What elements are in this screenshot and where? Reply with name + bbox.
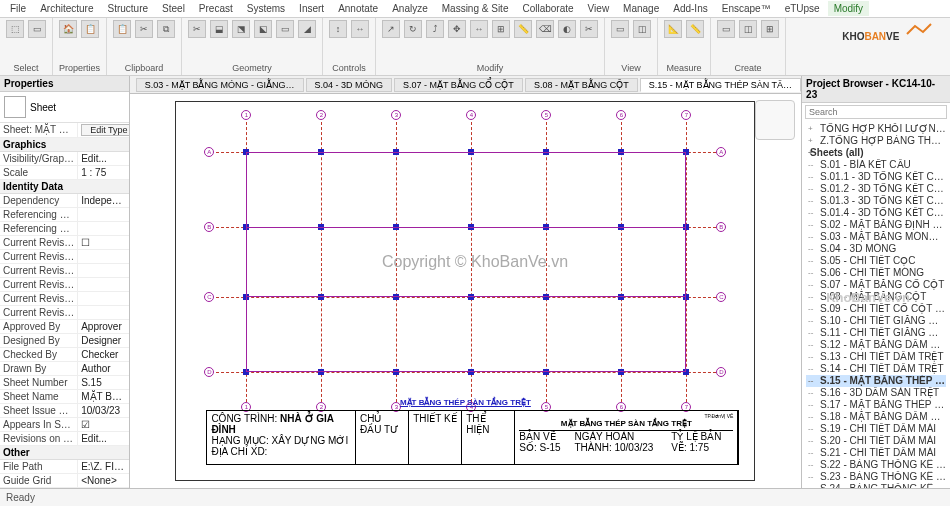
browser-sheet-item[interactable]: S.24 - BẢNG THỐNG KÊ THÉP DẦM TRỆT <box>806 483 946 488</box>
props-value[interactable] <box>77 306 128 319</box>
ribbon-button-icon[interactable]: ◫ <box>739 20 757 38</box>
props-row[interactable]: Revisions on SheetEdit... <box>0 432 129 446</box>
view-tab[interactable]: S.03 - MẶT BẰNG MÓNG - GIẰNG… <box>136 78 304 92</box>
browser-sheet-item[interactable]: S.21 - CHI TIẾT DẦM MÁI <box>806 447 946 459</box>
browser-sheet-item[interactable]: S.15 - MẶT BẰNG THÉP SÀN TẦNG TRỆT <box>806 375 946 387</box>
browser-sheet-item[interactable]: S.01.1 - 3D TỔNG KẾT CẤU 1 <box>806 171 946 183</box>
props-row[interactable]: Scale1 : 75 <box>0 166 129 180</box>
ribbon-button-icon[interactable]: ⧉ <box>157 20 175 38</box>
browser-sheet-item[interactable]: S.17 - MẶT BẰNG THÉP MŨ SÀN TẦNG TRỆT <box>806 399 946 411</box>
ribbon-button-icon[interactable]: 📏 <box>686 20 704 38</box>
browser-sheet-item[interactable]: S.04 - 3D MÓNG <box>806 243 946 255</box>
props-row[interactable]: Checked ByChecker <box>0 348 129 362</box>
ribbon-button-icon[interactable]: ⬕ <box>254 20 272 38</box>
ribbon-tab[interactable]: Analyze <box>386 1 434 16</box>
ribbon-tab[interactable]: Annotate <box>332 1 384 16</box>
browser-sheet-item[interactable]: S.19 - CHI TIẾT DẦM MÁI <box>806 423 946 435</box>
props-value[interactable] <box>77 292 128 305</box>
ribbon-tab[interactable]: Add-Ins <box>667 1 713 16</box>
browser-sheet-item[interactable]: S.23 - BẢNG THỐNG KÊ THÉP DẦM MÁI <box>806 471 946 483</box>
ribbon-button-icon[interactable]: ✥ <box>448 20 466 38</box>
view-tab[interactable]: S.07 - MẶT BẰNG CỔ CỘT <box>394 78 523 92</box>
props-row[interactable]: Designed ByDesigner <box>0 334 129 348</box>
browser-sheet-item[interactable]: S.01 - BÌA KẾT CẤU <box>806 159 946 171</box>
browser-sheet-item[interactable]: S.01.4 - 3D TỔNG KẾT CẤU 4 <box>806 207 946 219</box>
ribbon-tab[interactable]: File <box>4 1 32 16</box>
ribbon-button-icon[interactable]: ▭ <box>28 20 46 38</box>
ribbon-button-icon[interactable]: ◐ <box>558 20 576 38</box>
browser-sheet-item[interactable]: S.02 - MẶT BẰNG ĐỊNH VỊ CỌC <box>806 219 946 231</box>
props-row[interactable]: Visibility/Graphics Overrid…Edit... <box>0 152 129 166</box>
ribbon-tab[interactable]: Enscape™ <box>716 1 777 16</box>
ribbon-button-icon[interactable]: 📋 <box>81 20 99 38</box>
ribbon-button-icon[interactable]: ⤴ <box>426 20 444 38</box>
props-value[interactable] <box>77 208 128 221</box>
ribbon-button-icon[interactable]: ⬔ <box>232 20 250 38</box>
ribbon-button-icon[interactable]: ⬚ <box>6 20 24 38</box>
ribbon-button-icon[interactable]: ↕ <box>329 20 347 38</box>
ribbon-button-icon[interactable]: ⬓ <box>210 20 228 38</box>
ribbon-tab[interactable]: View <box>582 1 616 16</box>
props-row[interactable]: Current Revision Date <box>0 278 129 292</box>
ribbon-tab[interactable]: Precast <box>193 1 239 16</box>
props-row[interactable]: Sheet NameMẶT BẰNG THÉP SÀN TĂ… <box>0 390 129 404</box>
props-value[interactable]: ☑ <box>77 418 128 431</box>
drawing-canvas[interactable]: 11223344556677AABBCCDD MẶT BẰNG THÉP SÀN… <box>130 94 801 488</box>
browser-item[interactable]: TỔNG HỢP KHỐI LƯỢNG CỌC ĐÁ 1x2 M250 <box>806 123 946 135</box>
props-value[interactable]: Independent <box>77 194 128 207</box>
ribbon-tab[interactable]: Architecture <box>34 1 99 16</box>
props-row[interactable]: File PathE:\Z. FILES BUON BAN\NH… <box>0 460 129 474</box>
props-row[interactable]: Current Revision Issued To <box>0 264 129 278</box>
title-block[interactable]: CÔNG TRÌNH: NHÀ Ở GIA ĐÌNH HẠNG MỤC: XÂY… <box>206 410 739 465</box>
browser-sheet-item[interactable]: S.16 - 3D DẦM SÀN TRỆT <box>806 387 946 399</box>
props-value[interactable]: Checker <box>77 348 128 361</box>
props-row[interactable]: Current Revision Issued By <box>0 250 129 264</box>
ribbon-tab[interactable]: Systems <box>241 1 291 16</box>
props-value[interactable]: <None> <box>77 474 128 487</box>
props-row[interactable]: Current Revision Descripti… <box>0 292 129 306</box>
ribbon-button-icon[interactable]: ✂ <box>188 20 206 38</box>
props-row[interactable]: DependencyIndependent <box>0 194 129 208</box>
ribbon-button-icon[interactable]: 📏 <box>514 20 532 38</box>
browser-sheet-item[interactable]: S.12 - MẶT BẰNG DẦM TẦNG TRỆT <box>806 339 946 351</box>
view-tab[interactable]: S.04 - 3D MÓNG <box>306 78 393 92</box>
ribbon-tab[interactable]: Steel <box>156 1 191 16</box>
props-value[interactable]: Edit... <box>77 152 128 165</box>
props-row[interactable]: Approved ByApprover <box>0 320 129 334</box>
ribbon-button-icon[interactable]: ✂ <box>580 20 598 38</box>
ribbon-button-icon[interactable]: ▭ <box>611 20 629 38</box>
ribbon-tab[interactable]: Collaborate <box>516 1 579 16</box>
props-row[interactable]: Current Revision <box>0 306 129 320</box>
ribbon-button-icon[interactable]: 📋 <box>113 20 131 38</box>
props-value[interactable]: E:\Z. FILES BUON BAN\NH… <box>77 460 128 473</box>
props-value[interactable]: Approver <box>77 320 128 333</box>
browser-sheet-item[interactable]: S.14 - CHI TIẾT DẦM TRỆT <box>806 363 946 375</box>
props-value[interactable]: 1 : 75 <box>77 166 128 179</box>
ribbon-button-icon[interactable]: ↔ <box>351 20 369 38</box>
ribbon-tab[interactable]: Structure <box>101 1 154 16</box>
ribbon-button-icon[interactable]: ↗ <box>382 20 400 38</box>
ribbon-button-icon[interactable]: ◢ <box>298 20 316 38</box>
ribbon-tab[interactable]: Massing & Site <box>436 1 515 16</box>
edit-type-button[interactable]: Edit Type <box>81 124 128 136</box>
props-value[interactable]: S.15 <box>77 376 128 389</box>
props-value[interactable] <box>77 278 128 291</box>
browser-sheet-item[interactable]: S.05 - CHI TIẾT CỌC <box>806 255 946 267</box>
browser-sheet-item[interactable]: S.06 - CHI TIẾT MÓNG <box>806 267 946 279</box>
browser-sheet-item[interactable]: S.01.3 - 3D TỔNG KẾT CẤU 3 <box>806 195 946 207</box>
props-row[interactable]: Sheet NumberS.15 <box>0 376 129 390</box>
props-row[interactable]: Current Revision Issued☐ <box>0 236 129 250</box>
browser-sheets-root[interactable]: Sheets (all) <box>806 147 946 159</box>
browser-sheet-item[interactable]: S.11 - CHI TIẾT GIẰNG MÓNG <box>806 327 946 339</box>
props-value[interactable]: ☐ <box>77 236 128 249</box>
props-row[interactable]: Referencing Detail <box>0 222 129 236</box>
browser-item[interactable]: Z.TỔNG HỢP BẢNG THỐNG KÊ THÉP THEO Đ <box>806 135 946 147</box>
ribbon-button-icon[interactable]: ↻ <box>404 20 422 38</box>
ribbon-button-icon[interactable]: ▭ <box>717 20 735 38</box>
browser-sheet-item[interactable]: S.22 - BẢNG THỐNG KÊ THÉP CỘT - CC <box>806 459 946 471</box>
browser-sheet-item[interactable]: S.10 - CHI TIẾT GIẰNG MÓNG <box>806 315 946 327</box>
instance-selector[interactable]: Sheet: MẶT BẰNG THÉP SÀN TĂ… <box>0 123 77 137</box>
ribbon-tab[interactable]: Modify <box>828 1 869 16</box>
browser-sheet-item[interactable]: S.01.2 - 3D TỔNG KẾT CẤU 2 <box>806 183 946 195</box>
ribbon-button-icon[interactable]: 📐 <box>664 20 682 38</box>
